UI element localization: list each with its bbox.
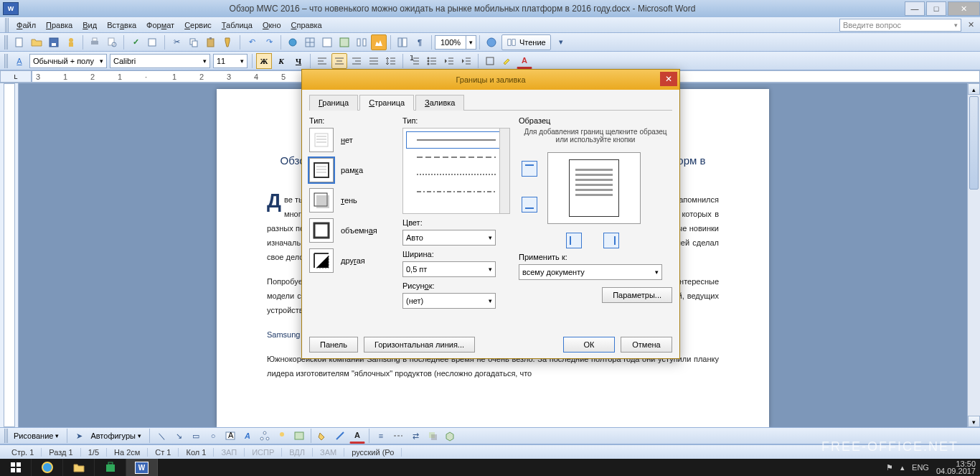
shadow-style-icon[interactable] [425, 428, 440, 444]
cut-icon[interactable]: ✂ [169, 34, 184, 50]
setting-box[interactable] [309, 158, 334, 182]
insert-table-icon[interactable] [319, 34, 335, 50]
permission-icon[interactable] [63, 34, 79, 50]
fontsize-combo[interactable]: 11▾ [213, 54, 248, 68]
oval-icon[interactable]: ○ [205, 428, 221, 444]
menu-view[interactable]: Вид [77, 19, 102, 31]
tab-border[interactable]: Граница [309, 95, 358, 111]
drawing-menu[interactable]: Рисование▾ [11, 431, 64, 440]
tray-lang[interactable]: ENG [912, 463, 929, 472]
menu-help[interactable]: Справка [286, 19, 327, 31]
rectangle-icon[interactable]: ▭ [188, 428, 204, 444]
show-marks-icon[interactable]: ¶ [412, 34, 428, 50]
new-icon[interactable] [11, 34, 27, 50]
copy-icon[interactable] [186, 34, 202, 50]
insert-excel-icon[interactable] [336, 34, 352, 50]
border-right-button[interactable] [603, 233, 619, 248]
doc-map-icon[interactable] [395, 34, 410, 50]
setting-3d[interactable] [309, 218, 334, 243]
start-button[interactable] [0, 459, 32, 476]
dash-style-icon[interactable] [390, 428, 406, 444]
preview-box[interactable] [547, 152, 641, 224]
dialog-close-button[interactable]: ✕ [660, 72, 677, 86]
setting-none[interactable] [309, 128, 334, 152]
zoom-input[interactable] [435, 38, 466, 47]
style-listbox[interactable] [402, 128, 510, 214]
show-toolbar-button[interactable]: Панель [309, 337, 358, 353]
art-combo[interactable]: (нет)▾ [402, 293, 496, 309]
scroll-down-icon[interactable]: ▾ [968, 416, 980, 427]
color-combo[interactable]: Авто▾ [402, 230, 496, 246]
horizontal-line-button[interactable]: Горизонтальная линия... [364, 337, 475, 353]
print-icon[interactable] [87, 34, 103, 50]
ok-button[interactable]: ОК [563, 337, 615, 353]
vertical-ruler[interactable] [0, 83, 19, 427]
select-objects-icon[interactable]: ➤ [71, 428, 87, 444]
styles-pane-icon[interactable]: A [11, 53, 27, 69]
align-left-icon[interactable] [314, 53, 330, 69]
paste-icon[interactable] [203, 34, 219, 50]
border-top-button[interactable] [522, 161, 537, 177]
print-preview-icon[interactable] [104, 34, 120, 50]
options-button[interactable]: Параметры... [602, 287, 672, 303]
underline-button[interactable]: Ч [291, 53, 306, 69]
clipart-icon[interactable] [274, 428, 290, 444]
menu-tools[interactable]: Сервис [179, 19, 217, 31]
menu-edit[interactable]: Правка [41, 19, 77, 31]
tab-shading[interactable]: Заливка [415, 95, 464, 111]
3d-style-icon[interactable] [442, 428, 458, 444]
width-combo[interactable]: 0,5 пт▾ [402, 261, 496, 277]
research-icon[interactable] [145, 34, 161, 50]
status-track[interactable]: ИСПР [245, 448, 282, 457]
font-combo[interactable]: Calibri▾ [110, 54, 210, 68]
menu-table[interactable]: Таблица [217, 19, 258, 31]
taskbar-explorer-icon[interactable] [63, 459, 95, 476]
tray-flag-icon[interactable]: ⚑ [886, 463, 893, 472]
font-color-draw-icon[interactable]: A [349, 428, 365, 444]
help-search-input[interactable]: Введите вопрос ▾ [839, 19, 961, 32]
taskbar-word-icon[interactable]: W [126, 459, 158, 476]
status-rec[interactable]: ЗАП [214, 448, 245, 457]
zoom-combo[interactable]: ▾ [435, 35, 476, 50]
bullet-list-icon[interactable] [424, 53, 440, 69]
fill-color-icon[interactable] [315, 428, 331, 444]
bold-button[interactable]: Ж [256, 53, 272, 69]
align-center-icon[interactable] [331, 53, 347, 69]
close-button[interactable]: ✕ [948, 1, 980, 16]
arrow-icon[interactable]: ↘ [171, 428, 187, 444]
toolbar-overflow-icon[interactable]: ▾ [553, 34, 569, 50]
setting-custom[interactable] [309, 248, 334, 273]
spellcheck-icon[interactable]: ✓ [128, 34, 143, 50]
chevron-down-icon[interactable]: ▾ [466, 36, 476, 49]
tables-borders-icon[interactable] [302, 34, 318, 50]
tab-page[interactable]: Страница [359, 95, 414, 111]
undo-icon[interactable]: ↶ [244, 34, 260, 50]
status-lang[interactable]: русский (Ро [344, 448, 402, 457]
line-icon[interactable]: ＼ [154, 428, 169, 444]
style-combo[interactable]: Обычный + полу▾ [29, 54, 107, 68]
open-icon[interactable] [29, 34, 44, 50]
menu-insert[interactable]: Вставка [102, 19, 141, 31]
align-justify-icon[interactable] [366, 53, 382, 69]
align-right-icon[interactable] [349, 53, 364, 69]
borders-icon[interactable] [482, 53, 498, 69]
hyperlink-icon[interactable] [285, 34, 301, 50]
save-icon[interactable] [46, 34, 62, 50]
italic-button[interactable]: К [273, 53, 289, 69]
menu-window[interactable]: Окно [258, 19, 286, 31]
columns-icon[interactable] [354, 34, 369, 50]
wordart-icon[interactable]: A [240, 428, 255, 444]
redo-icon[interactable]: ↷ [261, 34, 277, 50]
status-ovr[interactable]: ЗАМ [313, 448, 344, 457]
arrow-style-icon[interactable]: ⇄ [407, 428, 423, 444]
textbox-icon[interactable]: A [222, 428, 238, 444]
minimize-button[interactable]: — [905, 1, 925, 16]
drawing-icon[interactable] [371, 34, 387, 50]
apply-combo[interactable]: всему документу▾ [519, 264, 662, 280]
doc-close-button[interactable]: ✕ [964, 19, 977, 32]
increase-indent-icon[interactable] [458, 53, 474, 69]
border-left-button[interactable] [566, 233, 582, 248]
cancel-button[interactable]: Отмена [621, 337, 672, 353]
decrease-indent-icon[interactable] [441, 53, 457, 69]
border-bottom-button[interactable] [522, 197, 537, 213]
